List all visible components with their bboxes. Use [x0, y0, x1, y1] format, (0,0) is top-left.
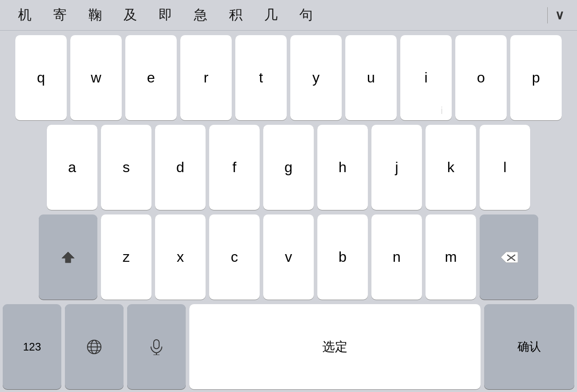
key-a[interactable]: a	[47, 125, 97, 210]
key-m[interactable]: m	[426, 214, 476, 300]
key-v[interactable]: v	[263, 214, 314, 300]
suggestion-item[interactable]: 积	[218, 6, 253, 24]
key-d[interactable]: d	[155, 125, 206, 210]
svg-rect-7	[154, 340, 159, 349]
key-o[interactable]: o	[455, 35, 507, 120]
key-k[interactable]: k	[426, 125, 476, 210]
key-row-2: a s d f g h j k l	[3, 125, 574, 210]
key-s[interactable]: s	[101, 125, 151, 210]
key-z[interactable]: z	[101, 214, 151, 300]
globe-icon	[86, 339, 102, 355]
key-n[interactable]: n	[371, 214, 422, 300]
key-h[interactable]: h	[317, 125, 368, 210]
suggestion-item[interactable]: 即	[148, 6, 183, 24]
mic-icon	[149, 339, 164, 355]
key-u[interactable]: u	[345, 35, 397, 120]
key-row-3: z x c v b n m	[3, 214, 574, 300]
keyboard: q w e r t y u i ｉ o p a s d f g h j k l …	[0, 31, 577, 392]
key-mic[interactable]	[127, 304, 186, 389]
suggestion-item[interactable]: 句	[288, 6, 324, 24]
collapse-button[interactable]: ∨	[550, 8, 570, 23]
suggestion-bar: 机 寄 鞠 及 即 急 积 几 句 ∨	[0, 0, 577, 31]
key-b[interactable]: b	[317, 214, 368, 300]
ghost-char: ｉ	[436, 103, 447, 118]
key-row-1: q w e r t y u i ｉ o p	[3, 35, 574, 120]
key-c[interactable]: c	[209, 214, 260, 300]
key-p[interactable]: p	[510, 35, 562, 120]
suggestion-item[interactable]: 几	[253, 6, 288, 24]
suggestion-item[interactable]: 寄	[42, 6, 78, 24]
key-x[interactable]: x	[155, 214, 206, 300]
key-y[interactable]: y	[290, 35, 342, 120]
suggestion-item[interactable]: 急	[183, 6, 218, 24]
key-t[interactable]: t	[235, 35, 287, 120]
enter-key[interactable]: 确认	[484, 304, 574, 389]
shift-key[interactable]	[39, 214, 97, 300]
key-f[interactable]: f	[209, 125, 260, 210]
delete-key[interactable]	[480, 214, 538, 300]
space-key[interactable]: 选定	[189, 304, 481, 389]
key-q[interactable]: q	[15, 35, 67, 120]
suggestion-list: 机 寄 鞠 及 即 急 积 几 句	[7, 6, 545, 24]
shift-icon	[61, 250, 75, 264]
key-e[interactable]: e	[125, 35, 177, 120]
suggestion-item[interactable]: 机	[7, 6, 42, 24]
key-globe[interactable]	[65, 304, 124, 389]
suggestion-divider	[547, 7, 548, 23]
key-r[interactable]: r	[180, 35, 232, 120]
key-row-4: 123 选定 确认	[3, 304, 574, 389]
key-j[interactable]: j	[371, 125, 422, 210]
key-123[interactable]: 123	[3, 304, 61, 389]
key-l[interactable]: l	[480, 125, 530, 210]
delete-icon	[500, 251, 518, 264]
key-i[interactable]: i ｉ	[400, 35, 452, 120]
suggestion-item[interactable]: 及	[113, 6, 148, 24]
suggestion-item[interactable]: 鞠	[78, 6, 113, 24]
key-w[interactable]: w	[70, 35, 122, 120]
key-g[interactable]: g	[263, 125, 314, 210]
